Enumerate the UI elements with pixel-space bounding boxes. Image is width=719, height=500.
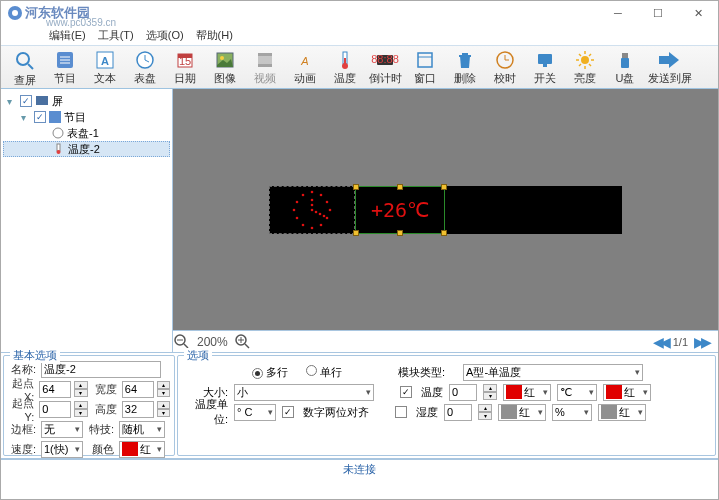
- svg-point-61: [293, 208, 296, 211]
- calendar-icon: 15: [174, 50, 196, 70]
- menu-options[interactable]: 选项(O): [146, 28, 184, 43]
- next-page-icon[interactable]: ▶▶: [694, 334, 708, 350]
- single-line-radio[interactable]: 单行: [306, 365, 342, 380]
- date-button[interactable]: 15日期: [165, 48, 205, 86]
- svg-rect-35: [543, 64, 547, 67]
- effect-select[interactable]: 随机: [119, 421, 165, 438]
- tree-program[interactable]: ▾✓节目: [3, 109, 170, 125]
- svg-point-57: [320, 223, 323, 226]
- resize-handle[interactable]: [397, 230, 403, 236]
- humid-offset-input[interactable]: [444, 404, 472, 421]
- svg-point-58: [311, 226, 314, 229]
- temperature-checkbox[interactable]: ✓: [400, 386, 412, 398]
- zoom-level: 200%: [197, 335, 228, 349]
- resize-handle[interactable]: [397, 184, 403, 190]
- border-select[interactable]: 无: [41, 421, 83, 438]
- svg-point-67: [315, 210, 318, 213]
- clock-icon: [134, 50, 156, 70]
- text-button[interactable]: A文本: [85, 48, 125, 86]
- temp-color2-select[interactable]: 红: [603, 384, 651, 401]
- resize-handle[interactable]: [353, 230, 359, 236]
- temp-unit-select[interactable]: ℃: [557, 384, 597, 401]
- resize-handle[interactable]: [353, 184, 359, 190]
- usb-button[interactable]: U盘: [605, 48, 645, 86]
- preview-canvas[interactable]: +26℃: [173, 89, 718, 331]
- temp-unit-sys-select[interactable]: ° C: [234, 404, 276, 421]
- clock-sync-icon: [494, 50, 516, 70]
- tree-temperature[interactable]: ▾温度-2: [3, 141, 170, 157]
- menu-edit[interactable]: 编辑(E): [49, 28, 86, 43]
- resize-handle[interactable]: [441, 230, 447, 236]
- name-input[interactable]: [41, 361, 161, 378]
- speed-select[interactable]: 1(快): [41, 441, 83, 458]
- temperature-button[interactable]: 温度: [325, 48, 365, 86]
- window-button[interactable]: 窗口: [405, 48, 445, 86]
- width-spinner[interactable]: ▴▾: [157, 381, 170, 397]
- temperature-value: +26℃: [371, 198, 429, 222]
- svg-point-1: [12, 10, 18, 16]
- program-icon: [49, 111, 61, 123]
- delete-button[interactable]: 删除: [445, 48, 485, 86]
- svg-line-41: [579, 54, 581, 56]
- size-select[interactable]: 小: [234, 384, 374, 401]
- tree-root[interactable]: ▾✓屏: [3, 93, 170, 109]
- svg-rect-47: [36, 96, 48, 105]
- svg-text:15: 15: [179, 55, 191, 67]
- film-icon: [254, 50, 276, 70]
- resize-handle[interactable]: [441, 184, 447, 190]
- send-button[interactable]: 发送到屏: [645, 48, 695, 86]
- multi-line-radio[interactable]: 多行: [252, 365, 288, 380]
- brightness-button[interactable]: 亮度: [565, 48, 605, 86]
- svg-point-59: [302, 223, 305, 226]
- color-select[interactable]: 红: [119, 441, 165, 458]
- menu-help[interactable]: 帮助(H): [196, 28, 233, 43]
- zoom-in-icon[interactable]: [234, 333, 252, 351]
- prev-page-icon[interactable]: ◀◀: [653, 334, 667, 350]
- svg-line-42: [589, 64, 591, 66]
- temperature-segment[interactable]: +26℃: [355, 186, 445, 234]
- program-button[interactable]: 节目: [45, 48, 85, 86]
- svg-text:A: A: [101, 55, 109, 67]
- temp-offset-input[interactable]: [449, 384, 477, 401]
- maximize-button[interactable]: ☐: [638, 1, 678, 25]
- x-input[interactable]: [39, 381, 71, 398]
- switch-button[interactable]: 开关: [525, 48, 565, 86]
- svg-point-68: [319, 212, 322, 215]
- image-button[interactable]: 图像: [205, 48, 245, 86]
- module-type-select[interactable]: A型-单温度: [463, 364, 643, 381]
- options-group: 选项 多行 单行 模块类型: A型-单温度 大小: 小 ✓温度 ▴▾ 红 ℃ 红…: [177, 355, 716, 456]
- align-checkbox[interactable]: ✓: [282, 406, 294, 418]
- svg-point-60: [296, 216, 299, 219]
- tree-dial[interactable]: ▾表盘-1: [3, 125, 170, 141]
- temp-color-407[interactable]: 红: [503, 384, 551, 401]
- svg-point-53: [320, 193, 323, 196]
- svg-rect-50: [57, 144, 60, 151]
- animation-button[interactable]: A动画: [285, 48, 325, 86]
- minimize-button[interactable]: ─: [598, 1, 638, 25]
- x-spinner[interactable]: ▴▾: [74, 381, 87, 397]
- height-input[interactable]: [122, 401, 154, 418]
- humidity-checkbox[interactable]: [395, 406, 407, 418]
- watermark-url: www.pc0359.cn: [46, 17, 116, 28]
- clock-segment[interactable]: [269, 186, 355, 234]
- width-input[interactable]: [122, 381, 154, 398]
- y-input[interactable]: [39, 401, 71, 418]
- svg-line-43: [579, 64, 581, 66]
- y-spinner[interactable]: ▴▾: [74, 401, 87, 417]
- sun-icon: [574, 50, 596, 70]
- menu-tools[interactable]: 工具(T): [98, 28, 134, 43]
- search-screen-button[interactable]: 查屏: [5, 48, 45, 86]
- countdown-button[interactable]: 88:88倒计时: [365, 48, 405, 86]
- text-icon: A: [94, 50, 116, 70]
- humid-color-select[interactable]: 红: [498, 404, 546, 421]
- svg-point-62: [296, 200, 299, 203]
- close-button[interactable]: ✕: [678, 1, 718, 25]
- height-spinner[interactable]: ▴▾: [157, 401, 170, 417]
- dial-button[interactable]: 表盘: [125, 48, 165, 86]
- svg-point-63: [302, 193, 305, 196]
- humid-color2-select[interactable]: 红: [598, 404, 646, 421]
- sync-time-button[interactable]: 校时: [485, 48, 525, 86]
- humid-unit-select[interactable]: %: [552, 404, 592, 421]
- video-button[interactable]: 视频: [245, 48, 285, 86]
- svg-point-2: [17, 53, 29, 65]
